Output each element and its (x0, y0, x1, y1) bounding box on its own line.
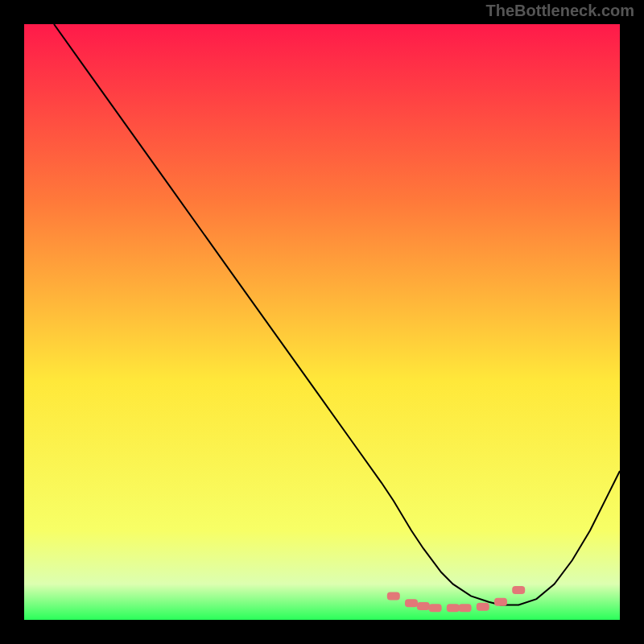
marker-dash (459, 604, 472, 612)
marker-dash (417, 602, 430, 610)
gradient-background (24, 24, 620, 620)
marker-dash (512, 586, 525, 594)
chart-svg (24, 24, 620, 620)
marker-dash (447, 604, 460, 612)
marker-dash (405, 599, 418, 607)
marker-dash (429, 604, 442, 612)
marker-dash (494, 598, 507, 606)
marker-dash (387, 592, 400, 600)
watermark-text: TheBottleneck.com (486, 2, 634, 20)
chart-container: TheBottleneck.com (0, 0, 644, 644)
marker-dash (477, 603, 489, 611)
plot-area (24, 24, 620, 620)
